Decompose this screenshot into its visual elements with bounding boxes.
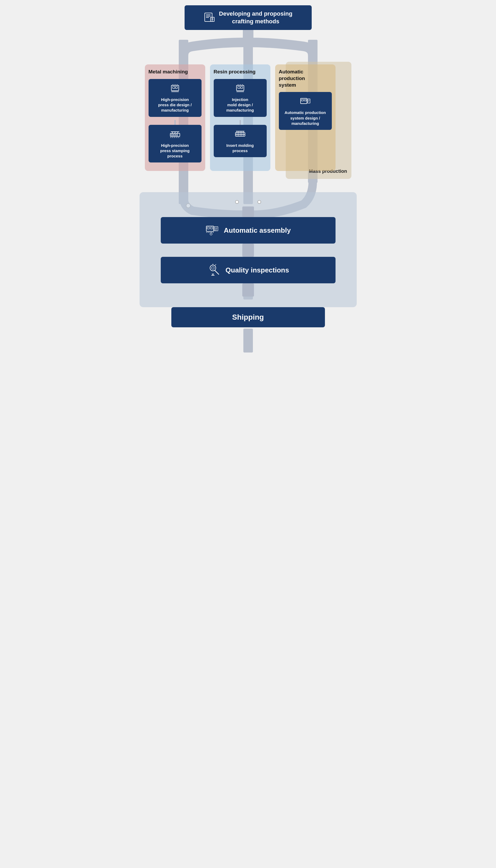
crafting-icon [204,11,215,24]
metal-box1-label: High-precision press die design / manufa… [158,97,192,113]
svg-rect-49 [207,227,210,229]
svg-rect-30 [238,86,240,89]
svg-rect-43 [304,100,306,101]
svg-rect-50 [211,227,213,229]
quality-label: Quality inspections [226,266,289,274]
insert-molding-icon [234,129,246,140]
svg-rect-44 [308,99,310,103]
svg-point-56 [210,233,212,235]
svg-point-58 [212,267,214,269]
resin-box2: Insert molding process [214,125,267,158]
metal-col-title: Metal machining [149,69,202,75]
diagram-container: Developing and proposing crafting method… [140,5,357,327]
auto-box1: Automatic production system design / man… [279,92,332,130]
svg-line-61 [215,264,216,265]
metal-box2: High-precision press stamping process [149,125,202,163]
resin-col-title: Resin processing [214,69,267,75]
press-stamp-icon [169,129,181,140]
quality-box: Quality inspections [161,257,336,283]
col-auto: Automatic production system Automatic pr… [275,64,336,171]
svg-rect-6 [243,329,253,353]
connector-dot-right [258,200,261,204]
svg-rect-31 [241,86,243,89]
auto-assembly-label: Automatic assembly [224,226,291,235]
auto-box1-label: Automatic production system design / man… [285,110,326,126]
top-box: Developing and proposing crafting method… [185,5,312,30]
resin-box2-label: Insert molding process [227,143,254,154]
svg-rect-16 [171,85,179,91]
svg-rect-23 [176,134,178,136]
resin-box1: Injection mold design / manufacturing [214,79,267,117]
injection-mold-icon [234,83,246,94]
top-box-label: Developing and proposing crafting method… [219,10,292,25]
svg-rect-29 [236,85,244,91]
svg-rect-17 [173,86,175,89]
connector-dot-left [235,200,239,204]
svg-line-59 [215,271,219,274]
metal-box2-label: High-precision press stamping process [160,143,190,159]
metal-box1: High-precision press die design / manufa… [149,79,202,117]
svg-rect-20 [170,133,180,136]
resin-box1-label: Injection mold design / manufacturing [226,97,254,113]
svg-point-57 [210,265,216,271]
quality-icon [207,263,221,278]
svg-rect-18 [175,86,177,89]
shipping-label: Shipping [232,313,264,321]
assembly-icon [205,223,219,238]
svg-rect-42 [301,100,304,101]
shipping-box: Shipping [171,307,325,327]
press-die-icon [169,83,181,94]
auto-col-title: Automatic production system [279,69,332,88]
col-metal: Metal machining High-precision press die… [145,64,205,171]
svg-rect-21 [171,134,173,136]
auto-assembly-box: Automatic assembly [161,217,336,243]
col-resin: Resin processing Injection mold design /… [210,64,270,171]
svg-rect-22 [174,134,175,136]
auto-prod-icon [299,96,311,107]
